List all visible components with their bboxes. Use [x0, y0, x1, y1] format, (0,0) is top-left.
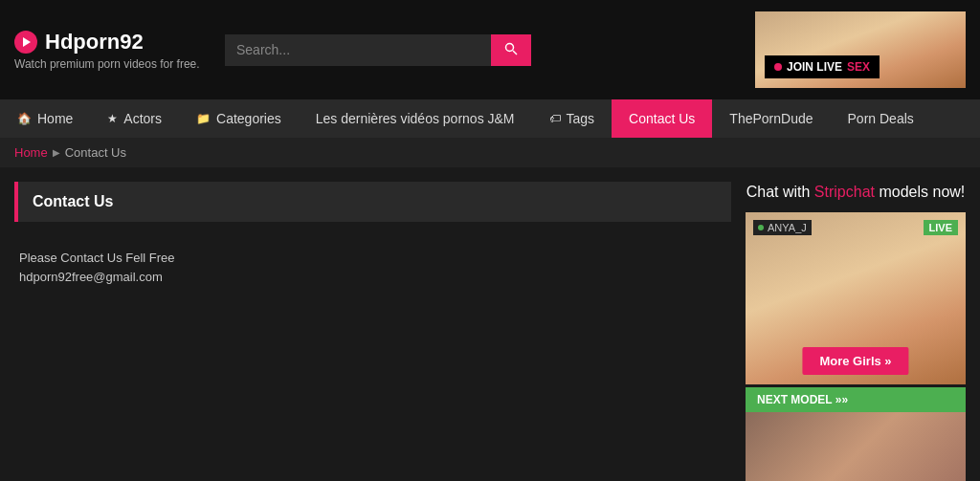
- site-tagline: Watch premium porn videos for free.: [14, 57, 206, 71]
- site-name: Hdporn92: [45, 30, 144, 55]
- join-live-text: JOIN LIVE: [787, 60, 842, 74]
- sidebar-preview2[interactable]: [746, 412, 966, 481]
- search-input[interactable]: [225, 34, 491, 66]
- breadcrumb-current: Contact Us: [65, 145, 126, 160]
- breadcrumb-home-link[interactable]: Home: [14, 145, 48, 160]
- nav-item-tags[interactable]: 🏷 Tags: [532, 99, 612, 138]
- sidebar: Chat with Stripchat models now! ANYA_J L…: [746, 182, 966, 481]
- join-live-button[interactable]: JOIN LIVE SEX: [765, 55, 880, 78]
- nav-porndeals-label: Porn Deals: [848, 111, 914, 126]
- nav-latest-label: Les dernières vidéos pornos J&M: [316, 111, 515, 126]
- content-area: Contact Us Please Contact Us Fell Free h…: [14, 182, 731, 481]
- nav-item-latest-videos[interactable]: Les dernières vidéos pornos J&M: [299, 99, 532, 138]
- main-layout: Contact Us Please Contact Us Fell Free h…: [0, 167, 980, 481]
- online-dot: [758, 225, 764, 230]
- svg-point-0: [506, 43, 514, 51]
- nav-home-label: Home: [37, 111, 73, 126]
- nav-item-categories[interactable]: 📁 Categories: [179, 99, 299, 138]
- chat-text-2: models now!: [879, 184, 965, 200]
- search-area: [225, 34, 531, 66]
- nav-item-home[interactable]: 🏠 Home: [0, 99, 90, 138]
- contact-line-1: Please Contact Us Fell Free: [19, 251, 726, 265]
- breadcrumb: Home ▶ Contact Us: [0, 138, 980, 167]
- nav-actors-label: Actors: [123, 111, 162, 126]
- breadcrumb-separator: ▶: [53, 147, 60, 158]
- logo-area: Hdporn92 Watch premium porn videos for f…: [14, 30, 206, 71]
- nav-categories-label: Categories: [216, 111, 281, 126]
- folder-icon: 📁: [196, 112, 211, 125]
- nav-contact-label: Contact Us: [629, 111, 695, 126]
- home-icon: 🏠: [17, 112, 32, 125]
- ad-inner: JOIN LIVE SEX: [755, 11, 966, 88]
- stripchat-name: Stripchat: [814, 184, 875, 200]
- chat-text-1: Chat with: [746, 184, 814, 200]
- nav-item-theporndude[interactable]: ThePornDude: [712, 99, 830, 138]
- tag-icon: 🏷: [549, 112, 561, 125]
- preview-username-label: ANYA_J: [753, 220, 812, 235]
- contact-email: hdporn92free@gmail.com: [19, 270, 726, 284]
- preview2-background: [746, 412, 966, 481]
- header-advertisement[interactable]: JOIN LIVE SEX: [755, 11, 966, 88]
- star-icon: ★: [107, 112, 118, 125]
- sex-text: SEX: [847, 60, 870, 74]
- page-heading: Contact Us: [14, 182, 731, 222]
- sidebar-chat-header: Chat with Stripchat models now!: [746, 182, 966, 203]
- svg-line-1: [513, 51, 517, 55]
- nav-item-actors[interactable]: ★ Actors: [90, 99, 179, 138]
- logo-title[interactable]: Hdporn92: [14, 30, 206, 55]
- live-badge: LIVE: [924, 220, 958, 235]
- preview-username: ANYA_J: [768, 222, 807, 233]
- more-girls-button[interactable]: More Girls »: [802, 347, 908, 375]
- next-model-bar[interactable]: NEXT MODEL »»: [746, 387, 966, 412]
- live-dot: [774, 63, 782, 71]
- play-icon: [14, 31, 37, 54]
- page-heading-text: Contact Us: [33, 193, 113, 210]
- contact-body: Please Contact Us Fell Free hdporn92free…: [14, 241, 731, 298]
- nav-item-contact-us[interactable]: Contact Us: [612, 99, 712, 138]
- main-navbar: 🏠 Home ★ Actors 📁 Categories Les dernièr…: [0, 99, 980, 138]
- nav-tags-label: Tags: [567, 111, 595, 126]
- search-button[interactable]: [491, 34, 531, 66]
- nav-porndude-label: ThePornDude: [729, 111, 813, 126]
- nav-item-porn-deals[interactable]: Porn Deals: [831, 99, 931, 138]
- sidebar-preview[interactable]: ANYA_J LIVE More Girls »: [746, 212, 966, 384]
- site-header: Hdporn92 Watch premium porn videos for f…: [0, 0, 980, 99]
- next-model-label: NEXT MODEL »»: [757, 393, 848, 406]
